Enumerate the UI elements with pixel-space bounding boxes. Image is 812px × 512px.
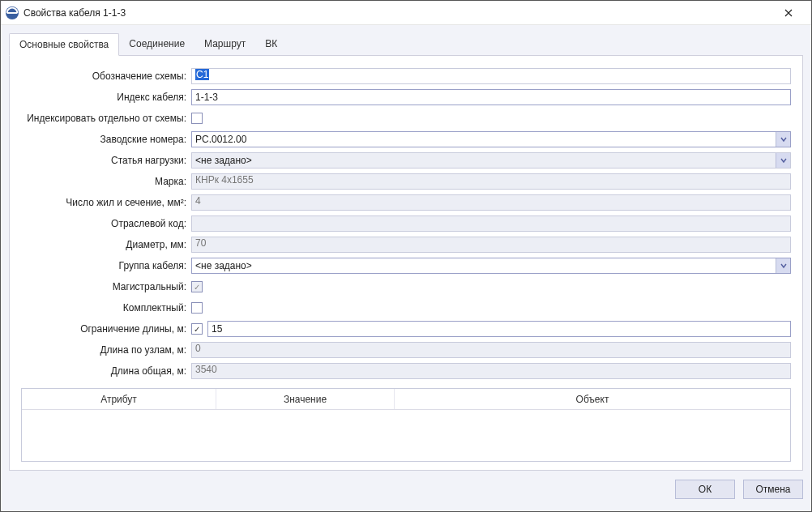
input-diameter: 70	[191, 237, 791, 253]
input-index[interactable]	[191, 89, 791, 105]
label-diameter: Диаметр, мм:	[21, 239, 191, 250]
tab-connection[interactable]: Соединение	[119, 33, 194, 56]
checkbox-trunk: ✓	[191, 281, 203, 292]
cancel-button[interactable]: Отмена	[743, 480, 803, 499]
app-icon	[6, 6, 19, 19]
label-limit: Ограничение длины, м:	[21, 323, 191, 335]
input-schema[interactable]: С1	[191, 68, 791, 84]
label-schema: Обозначение схемы:	[21, 70, 191, 82]
form: Обозначение схемы: С1 Индекс кабеля: Инд…	[21, 67, 791, 380]
checkbox-limit-enabled[interactable]: ✓	[191, 323, 203, 335]
chevron-down-icon[interactable]	[776, 153, 790, 168]
column-object[interactable]: Объект	[395, 389, 790, 409]
combo-factory[interactable]: PC.0012.00	[191, 131, 791, 147]
combo-group[interactable]: <не задано>	[191, 258, 791, 274]
label-index: Индекс кабеля:	[21, 92, 191, 103]
ok-button[interactable]: ОК	[675, 480, 735, 499]
checkbox-sep-index[interactable]	[191, 113, 203, 124]
label-group: Группа кабеля:	[21, 260, 191, 271]
label-kit: Комплектный:	[21, 302, 191, 314]
combo-load-value: <не задано>	[192, 155, 776, 166]
input-brand: КНРк 4х1655	[191, 173, 791, 190]
tab-bar: Основные свойства Соединение Маршрут ВК	[9, 33, 803, 56]
label-factory: Заводские номера:	[21, 134, 191, 145]
chevron-down-icon[interactable]	[776, 258, 790, 273]
combo-load[interactable]: <не задано>	[191, 152, 791, 169]
input-branch-code	[191, 215, 791, 232]
attribute-table: Атрибут Значение Объект	[21, 388, 791, 462]
close-button[interactable]	[772, 2, 805, 24]
input-node-len: 0	[191, 342, 791, 358]
close-icon	[784, 9, 793, 17]
input-cores: 4	[191, 194, 791, 211]
tab-vk[interactable]: ВК	[255, 33, 287, 56]
checkbox-kit[interactable]	[191, 302, 203, 314]
label-cores: Число жил и сечение, мм²:	[21, 197, 191, 208]
label-brand: Марка:	[21, 176, 191, 187]
combo-factory-value: PC.0012.00	[192, 134, 776, 145]
label-load: Статья нагрузки:	[21, 155, 191, 166]
input-limit[interactable]	[207, 321, 791, 337]
tab-panel-main: Обозначение схемы: С1 Индекс кабеля: Инд…	[9, 55, 803, 471]
window-title: Свойства кабеля 1-1-3	[24, 7, 772, 19]
table-header: Атрибут Значение Объект	[22, 389, 790, 410]
dialog-footer: ОК Отмена	[9, 471, 803, 503]
label-total-len: Длина общая, м:	[21, 365, 191, 377]
combo-group-value: <не задано>	[192, 260, 776, 271]
label-node-len: Длина по узлам, м:	[21, 344, 191, 356]
label-branch-code: Отраслевой код:	[21, 218, 191, 229]
title-bar: Свойства кабеля 1-1-3	[1, 1, 811, 25]
table-body	[22, 410, 790, 461]
tab-route[interactable]: Маршрут	[194, 33, 255, 56]
column-attribute[interactable]: Атрибут	[22, 389, 216, 409]
label-sep-index: Индексировать отдельно от схемы:	[21, 113, 191, 124]
tab-main[interactable]: Основные свойства	[9, 33, 119, 56]
label-trunk: Магистральный:	[21, 281, 191, 292]
client-area: Основные свойства Соединение Маршрут ВК …	[1, 25, 811, 511]
column-value[interactable]: Значение	[216, 389, 395, 409]
chevron-down-icon[interactable]	[776, 132, 790, 147]
input-total-len: 3540	[191, 363, 791, 379]
